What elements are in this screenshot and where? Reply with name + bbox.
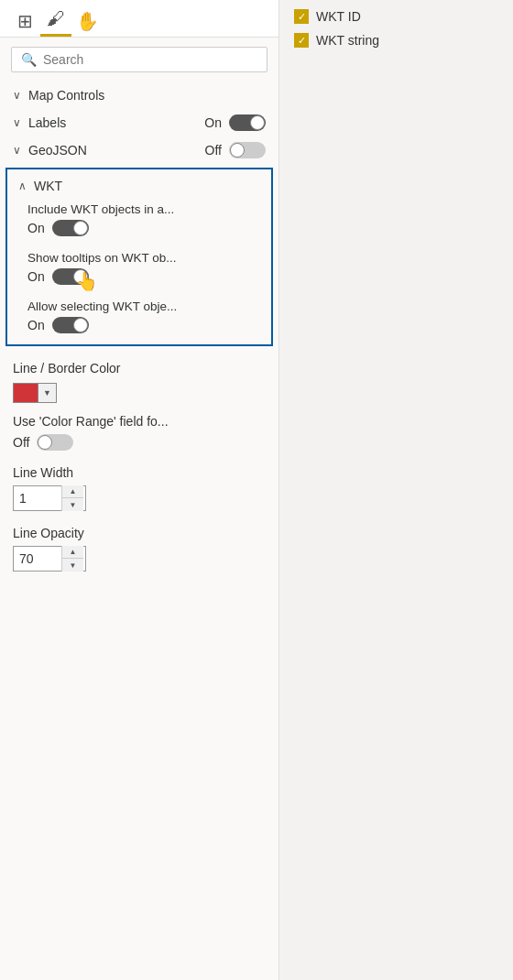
labels-row: ∨ Labels On <box>0 109 278 136</box>
map-controls-chevron: ∨ <box>13 89 21 102</box>
wkt-id-checkbox[interactable]: ✓ <box>294 9 309 24</box>
search-input[interactable] <box>43 52 257 67</box>
wkt-header[interactable]: ∧ WKT <box>7 173 271 199</box>
checkbox-item-wkt-string: ✓ WKT string <box>294 33 498 48</box>
wkt-id-label: WKT ID <box>316 9 361 24</box>
allow-selecting-label: Allow selecting WKT obje... <box>27 299 253 313</box>
line-width-spinner: ▲ ▼ <box>13 485 86 511</box>
labels-toggle-on-text: On <box>204 115 222 130</box>
grid-icon[interactable]: ⊞ <box>9 5 40 37</box>
color-range-section: Use 'Color Range' field fo... Off <box>0 410 278 458</box>
line-width-label: Line Width <box>13 465 266 480</box>
color-range-label: Use 'Color Range' field fo... <box>13 414 266 429</box>
search-bar: 🔍 <box>11 47 267 72</box>
line-opacity-section: Line Opacity ▲ ▼ <box>0 518 278 579</box>
wkt-item-selecting: Allow selecting WKT obje... On <box>7 296 271 341</box>
labels-toggle[interactable] <box>229 114 266 131</box>
checkbox-item-wkt-id: ✓ WKT ID <box>294 9 498 24</box>
include-wkt-label: Include WKT objects in a... <box>27 202 253 216</box>
line-border-color-section: Line / Border Color ▼ <box>0 350 278 410</box>
wkt-chevron: ∧ <box>18 180 27 192</box>
line-width-down-button[interactable]: ▼ <box>61 498 83 511</box>
line-opacity-label: Line Opacity <box>13 526 266 540</box>
color-range-toggle-text: Off <box>13 435 29 450</box>
color-swatch[interactable] <box>13 383 38 403</box>
toolbar: ⊞ 🖌 ✋ <box>0 0 278 38</box>
paint-brush-icon[interactable]: 🖌 <box>40 5 71 37</box>
line-opacity-input[interactable] <box>14 551 61 566</box>
right-panel: ✓ WKT ID ✓ WKT string <box>279 0 513 980</box>
wkt-section: ∧ WKT Include WKT objects in a... On Sho… <box>5 168 273 346</box>
line-opacity-down-button[interactable]: ▼ <box>61 559 83 572</box>
include-wkt-toggle-text: On <box>27 221 45 235</box>
geojson-toggle-off-text: Off <box>205 143 222 158</box>
color-range-toggle[interactable] <box>37 434 73 451</box>
line-border-color-label: Line / Border Color <box>13 361 266 376</box>
line-width-section: Line Width ▲ ▼ <box>0 458 278 518</box>
show-tooltips-toggle-text: On <box>27 269 45 284</box>
search-icon: 🔍 <box>21 52 37 67</box>
map-controls-header[interactable]: ∨ Map Controls <box>0 82 278 109</box>
geojson-toggle[interactable] <box>229 142 266 158</box>
color-dropdown-button[interactable]: ▼ <box>38 383 57 403</box>
wkt-label: WKT <box>34 179 62 193</box>
line-opacity-up-button[interactable]: ▲ <box>61 546 83 559</box>
geojson-row: ∨ GeoJSON Off <box>0 136 278 164</box>
wkt-string-label: WKT string <box>316 33 379 48</box>
left-panel: ⊞ 🖌 ✋ 🔍 ∨ Map Controls ∨ Labels On <box>0 0 279 980</box>
color-picker-row: ▼ <box>13 383 266 403</box>
allow-selecting-toggle-text: On <box>27 318 45 332</box>
line-opacity-spinner: ▲ ▼ <box>13 546 86 572</box>
wkt-string-checkbox[interactable]: ✓ <box>294 33 309 48</box>
labels-label: Labels <box>28 115 197 130</box>
geojson-label: GeoJSON <box>28 143 198 158</box>
geojson-chevron: ∨ <box>13 144 21 157</box>
map-controls-label: Map Controls <box>28 88 104 103</box>
show-tooltips-label: Show tooltips on WKT ob... <box>27 251 253 265</box>
gesture-icon[interactable]: ✋ <box>71 5 103 37</box>
allow-selecting-toggle[interactable] <box>52 317 89 333</box>
wkt-item-tooltips: Show tooltips on WKT ob... On 👆 <box>7 247 271 296</box>
wkt-item-include: Include WKT objects in a... On <box>7 199 271 247</box>
include-wkt-toggle[interactable] <box>52 220 89 236</box>
labels-chevron: ∨ <box>13 116 21 129</box>
show-tooltips-toggle[interactable] <box>52 268 89 285</box>
line-width-input[interactable] <box>14 491 61 506</box>
line-width-up-button[interactable]: ▲ <box>61 485 83 498</box>
